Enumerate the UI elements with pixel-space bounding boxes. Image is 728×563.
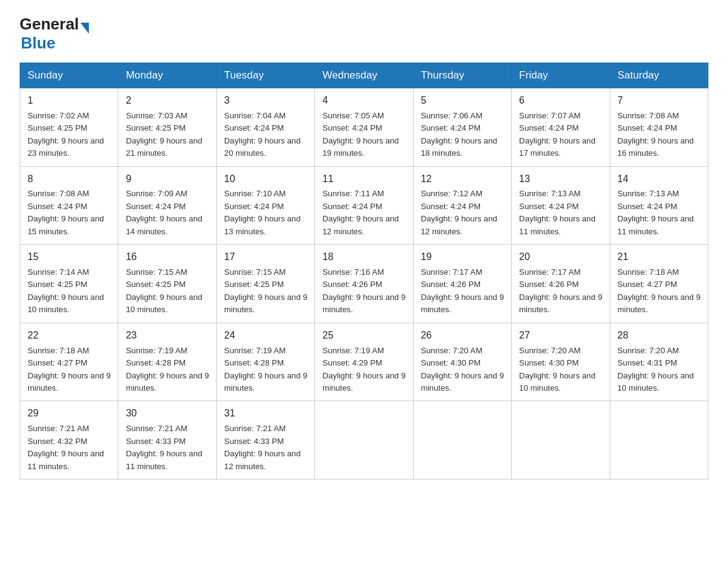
day-info: Sunrise: 7:13 AMSunset: 4:24 PMDaylight:… [519,188,603,238]
day-number: 23 [126,328,210,343]
weekday-header-sunday: Sunday [20,63,118,88]
calendar-day-cell: 10Sunrise: 7:10 AMSunset: 4:24 PMDayligh… [216,166,314,245]
calendar-table: SundayMondayTuesdayWednesdayThursdayFrid… [20,63,708,480]
day-number: 26 [421,328,505,343]
calendar-day-cell: 17Sunrise: 7:15 AMSunset: 4:25 PMDayligh… [216,245,314,323]
day-info: Sunrise: 7:16 AMSunset: 4:26 PMDaylight:… [322,266,406,316]
weekday-header-wednesday: Wednesday [315,63,413,88]
day-info: Sunrise: 7:19 AMSunset: 4:29 PMDaylight:… [322,345,406,395]
calendar-day-cell: 4Sunrise: 7:05 AMSunset: 4:24 PMDaylight… [315,88,413,167]
calendar-day-cell: 18Sunrise: 7:16 AMSunset: 4:26 PMDayligh… [315,245,413,323]
day-info: Sunrise: 7:18 AMSunset: 4:27 PMDaylight:… [618,266,702,316]
day-number: 12 [421,172,505,187]
day-number: 25 [322,328,406,343]
day-number: 28 [618,328,702,343]
day-info: Sunrise: 7:21 AMSunset: 4:33 PMDaylight:… [224,423,308,473]
calendar-day-cell: 16Sunrise: 7:15 AMSunset: 4:25 PMDayligh… [118,245,216,323]
day-info: Sunrise: 7:17 AMSunset: 4:26 PMDaylight:… [519,266,603,316]
day-info: Sunrise: 7:13 AMSunset: 4:24 PMDaylight:… [618,188,702,238]
day-info: Sunrise: 7:06 AMSunset: 4:24 PMDaylight:… [421,110,505,160]
weekday-header-thursday: Thursday [413,63,511,88]
day-number: 27 [519,328,603,343]
calendar-day-cell: 7Sunrise: 7:08 AMSunset: 4:24 PMDaylight… [610,88,708,167]
weekday-header-tuesday: Tuesday [216,63,314,88]
calendar-day-cell: 14Sunrise: 7:13 AMSunset: 4:24 PMDayligh… [610,166,708,245]
calendar-week-row: 22Sunrise: 7:18 AMSunset: 4:27 PMDayligh… [20,323,708,401]
calendar-day-cell: 5Sunrise: 7:06 AMSunset: 4:24 PMDaylight… [413,88,511,167]
day-number: 13 [519,172,603,187]
calendar-day-cell: 1Sunrise: 7:02 AMSunset: 4:25 PMDaylight… [20,88,118,167]
day-info: Sunrise: 7:20 AMSunset: 4:30 PMDaylight:… [519,345,603,395]
day-info: Sunrise: 7:11 AMSunset: 4:24 PMDaylight:… [322,188,406,238]
day-info: Sunrise: 7:02 AMSunset: 4:25 PMDaylight:… [28,110,112,160]
day-number: 30 [126,406,210,421]
calendar-day-cell: 9Sunrise: 7:09 AMSunset: 4:24 PMDaylight… [118,166,216,245]
calendar-day-cell: 28Sunrise: 7:20 AMSunset: 4:31 PMDayligh… [610,323,708,401]
calendar-day-cell: 31Sunrise: 7:21 AMSunset: 4:33 PMDayligh… [216,401,314,480]
day-info: Sunrise: 7:12 AMSunset: 4:24 PMDaylight:… [421,188,505,238]
calendar-day-cell: 13Sunrise: 7:13 AMSunset: 4:24 PMDayligh… [512,166,610,245]
day-info: Sunrise: 7:14 AMSunset: 4:25 PMDaylight:… [28,266,112,316]
weekday-header-saturday: Saturday [610,63,708,88]
calendar-day-cell: 25Sunrise: 7:19 AMSunset: 4:29 PMDayligh… [315,323,413,401]
logo: General Blue [20,15,89,53]
calendar-week-row: 1Sunrise: 7:02 AMSunset: 4:25 PMDaylight… [20,88,708,167]
calendar-week-row: 8Sunrise: 7:08 AMSunset: 4:24 PMDaylight… [20,166,708,245]
day-number: 3 [224,93,308,109]
day-number: 19 [421,250,505,265]
calendar-day-cell: 8Sunrise: 7:08 AMSunset: 4:24 PMDaylight… [20,166,118,245]
day-number: 8 [28,172,112,187]
day-info: Sunrise: 7:20 AMSunset: 4:31 PMDaylight:… [618,345,702,395]
calendar-day-cell: 24Sunrise: 7:19 AMSunset: 4:28 PMDayligh… [216,323,314,401]
day-info: Sunrise: 7:10 AMSunset: 4:24 PMDaylight:… [224,188,308,238]
logo-arrow-icon [80,23,89,34]
calendar-day-cell: 12Sunrise: 7:12 AMSunset: 4:24 PMDayligh… [413,166,511,245]
calendar-day-cell [512,401,610,480]
weekday-header-friday: Friday [512,63,610,88]
calendar-day-cell: 27Sunrise: 7:20 AMSunset: 4:30 PMDayligh… [512,323,610,401]
day-info: Sunrise: 7:15 AMSunset: 4:25 PMDaylight:… [224,266,308,316]
calendar-week-row: 15Sunrise: 7:14 AMSunset: 4:25 PMDayligh… [20,245,708,323]
day-info: Sunrise: 7:05 AMSunset: 4:24 PMDaylight:… [322,110,406,160]
day-info: Sunrise: 7:03 AMSunset: 4:25 PMDaylight:… [126,110,210,160]
day-info: Sunrise: 7:08 AMSunset: 4:24 PMDaylight:… [28,188,112,238]
day-info: Sunrise: 7:18 AMSunset: 4:27 PMDaylight:… [28,345,112,395]
calendar-day-cell: 19Sunrise: 7:17 AMSunset: 4:26 PMDayligh… [413,245,511,323]
day-info: Sunrise: 7:19 AMSunset: 4:28 PMDaylight:… [224,345,308,395]
day-number: 2 [126,93,210,109]
day-number: 31 [224,406,308,421]
calendar-day-cell [315,401,413,480]
day-number: 9 [126,172,210,187]
day-info: Sunrise: 7:09 AMSunset: 4:24 PMDaylight:… [126,188,210,238]
day-number: 18 [322,250,406,265]
logo-general-text: General [20,15,79,34]
day-number: 16 [126,250,210,265]
calendar-day-cell [610,401,708,480]
day-info: Sunrise: 7:20 AMSunset: 4:30 PMDaylight:… [421,345,505,395]
logo-blue-text: Blue [21,34,55,53]
day-info: Sunrise: 7:17 AMSunset: 4:26 PMDaylight:… [421,266,505,316]
calendar-day-cell: 6Sunrise: 7:07 AMSunset: 4:24 PMDaylight… [512,88,610,167]
day-number: 21 [618,250,702,265]
calendar-day-cell: 22Sunrise: 7:18 AMSunset: 4:27 PMDayligh… [20,323,118,401]
page-header: General Blue [20,15,708,53]
calendar-day-cell: 3Sunrise: 7:04 AMSunset: 4:24 PMDaylight… [216,88,314,167]
weekday-header-monday: Monday [118,63,216,88]
day-number: 11 [322,172,406,187]
calendar-day-cell [413,401,511,480]
day-number: 6 [519,93,603,109]
day-info: Sunrise: 7:19 AMSunset: 4:28 PMDaylight:… [126,345,210,395]
calendar-day-cell: 2Sunrise: 7:03 AMSunset: 4:25 PMDaylight… [118,88,216,167]
calendar-day-cell: 15Sunrise: 7:14 AMSunset: 4:25 PMDayligh… [20,245,118,323]
day-info: Sunrise: 7:07 AMSunset: 4:24 PMDaylight:… [519,110,603,160]
calendar-day-cell: 29Sunrise: 7:21 AMSunset: 4:32 PMDayligh… [20,401,118,480]
day-info: Sunrise: 7:04 AMSunset: 4:24 PMDaylight:… [224,110,308,160]
calendar-day-cell: 30Sunrise: 7:21 AMSunset: 4:33 PMDayligh… [118,401,216,480]
calendar-day-cell: 23Sunrise: 7:19 AMSunset: 4:28 PMDayligh… [118,323,216,401]
day-number: 17 [224,250,308,265]
day-number: 4 [322,93,406,109]
day-number: 1 [28,93,112,109]
day-number: 20 [519,250,603,265]
day-number: 15 [28,250,112,265]
day-number: 5 [421,93,505,109]
